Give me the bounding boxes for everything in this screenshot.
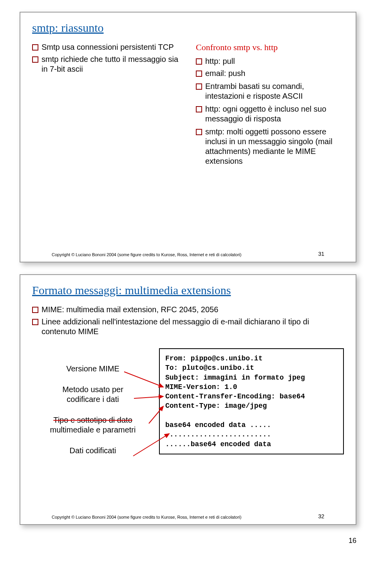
label-encoded-data: Dati codificati: [32, 446, 154, 456]
list-item: http: ogni oggetto è incluso nel suo mes…: [196, 104, 344, 124]
bullet-icon: [32, 56, 38, 63]
bullet-icon: [32, 307, 38, 313]
slide-number: 31: [318, 251, 324, 257]
top-bullets: MIME: multimedia mail extension, RFC 204…: [32, 305, 344, 337]
slide-1: smtp: riassunto Smtp usa connessioni per…: [20, 12, 356, 262]
bullet-text: Entrambi basati su comandi, intestazioni…: [205, 81, 344, 101]
slide-2: Formato messaggi: multimedia extensions …: [20, 274, 356, 525]
list-item: smtp richiede che tutto il messaggio sia…: [32, 54, 180, 74]
slide-number: 32: [318, 513, 324, 519]
bullet-icon: [32, 319, 38, 325]
list-item: Entrambi basati su comandi, intestazioni…: [196, 81, 344, 101]
bullet-text: Smtp usa connessioni persistenti TCP: [42, 42, 174, 52]
list-item: MIME: multimedia mail extension, RFC 204…: [32, 305, 344, 315]
bullet-icon: [196, 58, 202, 65]
bullet-icon: [32, 44, 38, 51]
list-item: Smtp usa connessioni persistenti TCP: [32, 42, 180, 52]
label-mime-version: Versione MIME: [32, 364, 154, 374]
page-number: 16: [0, 537, 356, 545]
copyright: Copyright © Luciano Bononi 2004 (some fi…: [52, 515, 241, 519]
mime-code-box: From: pippo@cs.unibo.it To: pluto@cs.uni…: [159, 348, 344, 454]
annotation-labels: Versione MIME Metodo usato per codificar…: [32, 348, 154, 467]
bullet-text: smtp richiede che tutto il messaggio sia…: [42, 54, 180, 74]
slide-title: Formato messaggi: multimedia extensions: [32, 284, 344, 297]
list-item: http: pull: [196, 56, 344, 66]
bullet-icon: [196, 129, 202, 135]
bullet-text: smtp: molti oggetti possono essere inclu…: [205, 127, 344, 166]
left-column: Smtp usa connessioni persistenti TCP smt…: [32, 42, 180, 168]
bullet-text: Linee addizionali nell'intestazione del …: [42, 317, 344, 337]
subheading: Confronto smtp vs. http: [196, 42, 344, 52]
list-item: Linee addizionali nell'intestazione del …: [32, 317, 344, 337]
list-item: email: push: [196, 69, 344, 78]
copyright: Copyright © Luciano Bononi 2004 (some fi…: [52, 252, 241, 257]
right-column: Confronto smtp vs. http http: pull email…: [196, 42, 344, 168]
bullet-icon: [196, 83, 202, 90]
bullet-text: http: ogni oggetto è incluso nel suo mes…: [205, 104, 344, 124]
bullet-icon: [196, 71, 202, 77]
slide-title: smtp: riassunto: [32, 21, 344, 34]
bullet-text: MIME: multimedia mail extension, RFC 204…: [42, 305, 218, 315]
bullet-text: http: pull: [205, 56, 235, 66]
list-item: smtp: molti oggetti possono essere inclu…: [196, 127, 344, 166]
bullet-icon: [196, 106, 202, 112]
label-content-type: Tipo e sottotipo di dato multimediale e …: [32, 415, 154, 435]
label-encoding: Metodo usato per codificare i dati: [32, 385, 154, 404]
bullet-text: email: push: [205, 69, 245, 78]
